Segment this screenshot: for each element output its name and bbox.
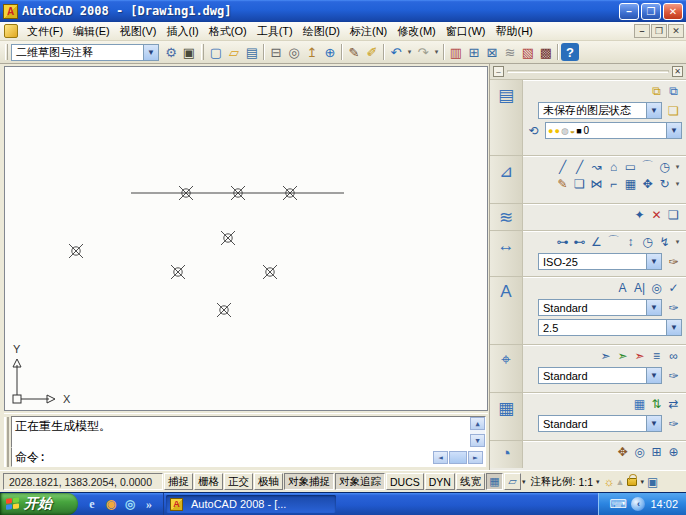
- toggle-ducs[interactable]: DUCS: [386, 473, 424, 490]
- angular-dimension-icon[interactable]: ◷: [639, 233, 656, 250]
- scroll-down-icon[interactable]: ▼: [470, 434, 485, 447]
- polyline-icon[interactable]: ╱: [571, 158, 588, 175]
- undo-icon[interactable]: ↶: [387, 43, 405, 61]
- insert-table-icon[interactable]: ▦: [631, 395, 648, 412]
- toggle-lineweight[interactable]: 线宽: [456, 473, 485, 490]
- command-window-grip[interactable]: [4, 417, 9, 467]
- toggle-snap[interactable]: 捕捉: [164, 473, 193, 490]
- autocad-app-icon[interactable]: A: [3, 4, 18, 19]
- rotate-icon-drop[interactable]: ▾: [673, 180, 682, 188]
- menu-file[interactable]: 文件(F): [22, 22, 68, 41]
- edit-table-icon[interactable]: ⇄: [665, 395, 682, 412]
- quick-dimension-icon-drop[interactable]: ▾: [673, 238, 682, 246]
- dimension-panel-icon[interactable]: ↔: [498, 236, 515, 256]
- ie-quicklaunch-icon[interactable]: e: [84, 496, 100, 512]
- navigate-panel-icon[interactable]: ◔: [501, 444, 511, 464]
- drawing-geometry[interactable]: XY: [5, 67, 488, 411]
- menu-insert[interactable]: 插入(I): [161, 22, 203, 41]
- multileader-style-dialog-icon[interactable]: ✑: [665, 367, 682, 384]
- toggle-ortho[interactable]: 正交: [224, 473, 253, 490]
- toolbar-grip[interactable]: [5, 44, 8, 60]
- toggle-grid[interactable]: 栅格: [194, 473, 223, 490]
- dimension-style-combo-arrow-icon[interactable]: ▼: [646, 254, 661, 269]
- layer-state-manager-icon[interactable]: ❏: [665, 102, 682, 119]
- quick-dimension-icon[interactable]: ↯: [656, 233, 673, 250]
- statusbar-menu-arrow-icon[interactable]: ▾: [522, 478, 526, 486]
- close-button[interactable]: ✕: [663, 3, 683, 20]
- zoom-extents-icon[interactable]: ⊕: [665, 443, 682, 460]
- lock-menu-arrow-icon[interactable]: ▾: [640, 478, 644, 486]
- menu-modify[interactable]: 修改(M): [392, 22, 441, 41]
- workspace-settings-icon[interactable]: ⚙: [162, 43, 180, 61]
- arc-icon[interactable]: ⌒: [639, 158, 656, 175]
- match-properties-icon[interactable]: ✎: [345, 43, 363, 61]
- layer-vp-freeze-icon[interactable]: ◍: [561, 126, 569, 136]
- multileader-panel-icon[interactable]: ⌖: [501, 350, 511, 370]
- workspace-combo[interactable]: 二维草图与注释 ▼: [11, 44, 159, 61]
- messenger-quicklaunch-icon[interactable]: ◎: [122, 496, 138, 512]
- layer-properties-manager-icon[interactable]: ⧉: [665, 82, 682, 99]
- dimension-style-combo[interactable]: ISO-25 ▼: [538, 253, 662, 270]
- text-panel-icon[interactable]: A: [500, 282, 511, 302]
- toolbar-grip-2[interactable]: [201, 44, 204, 60]
- jogged-dimension-icon[interactable]: ∠: [588, 233, 605, 250]
- delete-current-scale-icon[interactable]: ✕: [648, 206, 665, 223]
- language-keyboard-icon[interactable]: ⌨: [609, 497, 626, 511]
- command-history[interactable]: 正在重生成模型。 ▲ ▼: [11, 416, 486, 448]
- table-style-combo-arrow-icon[interactable]: ▼: [646, 416, 661, 431]
- align-leaders-icon[interactable]: ≡: [648, 347, 665, 364]
- polygon-icon[interactable]: ⌂: [605, 158, 622, 175]
- text-style-icon[interactable]: ▥: [447, 43, 465, 61]
- quickcalc-icon[interactable]: ▩: [537, 43, 555, 61]
- scroll-up-icon[interactable]: ▲: [470, 417, 485, 430]
- restore-button[interactable]: ❐: [641, 3, 661, 20]
- ordinate-dimension-icon[interactable]: ↕: [622, 233, 639, 250]
- move-icon[interactable]: ✥: [639, 175, 656, 192]
- line-icon[interactable]: ╱: [554, 158, 571, 175]
- layer-previous-icon[interactable]: ⟲: [525, 122, 542, 139]
- erase-icon[interactable]: ✎: [554, 175, 571, 192]
- circle-icon-drop[interactable]: ▾: [673, 163, 682, 171]
- mdi-minimize-button[interactable]: –: [634, 24, 650, 38]
- scale-list-icon[interactable]: ❏: [665, 206, 682, 223]
- spell-check-icon[interactable]: ✓: [665, 279, 682, 296]
- annotation-scale-value[interactable]: 1:1: [578, 476, 593, 488]
- 3d-dwf-icon[interactable]: ⊕: [321, 43, 339, 61]
- text-height-combo-arrow-icon[interactable]: ▼: [666, 320, 681, 335]
- zoom-window-icon[interactable]: ⊞: [648, 443, 665, 460]
- command-prompt[interactable]: 命令: ◄ ►: [11, 448, 486, 467]
- collect-leaders-icon[interactable]: ∞: [665, 347, 682, 364]
- start-button[interactable]: 开始: [0, 493, 78, 515]
- add-current-scale-icon[interactable]: ✦: [631, 206, 648, 223]
- layer-lock-icon[interactable]: ◒: [570, 126, 575, 136]
- menu-help[interactable]: 帮助(H): [491, 22, 538, 41]
- table-style-dialog-icon[interactable]: ✑: [665, 415, 682, 432]
- multileader-icon[interactable]: ➣: [597, 347, 614, 364]
- external-reference-icon[interactable]: ▧: [519, 43, 537, 61]
- dashboard-grip[interactable]: [507, 70, 669, 73]
- scroll-left-icon[interactable]: ◄: [433, 451, 448, 464]
- layer-states-icon[interactable]: ⧉: [648, 82, 665, 99]
- text-style-dialog-icon[interactable]: ✑: [665, 299, 682, 316]
- coordinates-readout[interactable]: 2028.1821, 1383.2054, 0.0000: [3, 473, 163, 490]
- toggle-polar[interactable]: 极轴: [254, 473, 283, 490]
- new-file-icon[interactable]: ▢: [207, 43, 225, 61]
- dashboard-close-button[interactable]: ✕: [672, 66, 683, 77]
- linear-dimension-icon[interactable]: ⊶: [554, 233, 571, 250]
- layer-on-icon[interactable]: ●: [548, 126, 553, 136]
- markup-set-manager-icon[interactable]: ⊠: [483, 43, 501, 61]
- plot-preview-icon[interactable]: ◎: [285, 43, 303, 61]
- multiline-text-icon[interactable]: A: [614, 279, 631, 296]
- drawing-canvas[interactable]: XY: [4, 66, 488, 411]
- redo-icon[interactable]: ↷: [414, 43, 432, 61]
- multileader-style-combo-arrow-icon[interactable]: ▼: [646, 368, 661, 383]
- fillet-icon[interactable]: ⌐: [605, 175, 622, 192]
- add-leader-icon[interactable]: ➣: [614, 347, 631, 364]
- text-style-combo-arrow-icon[interactable]: ▼: [646, 300, 661, 315]
- tray-program-icon[interactable]: ‹: [631, 497, 645, 511]
- table-panel-icon[interactable]: ▦: [498, 398, 514, 419]
- layers-panel-icon[interactable]: ▤: [498, 85, 514, 106]
- autocad-task-button[interactable]: A AutoCAD 2008 - [...: [166, 495, 336, 513]
- annotation-autoscale-icon[interactable]: ▲: [616, 477, 625, 487]
- menu-dimension[interactable]: 标注(N): [345, 22, 392, 41]
